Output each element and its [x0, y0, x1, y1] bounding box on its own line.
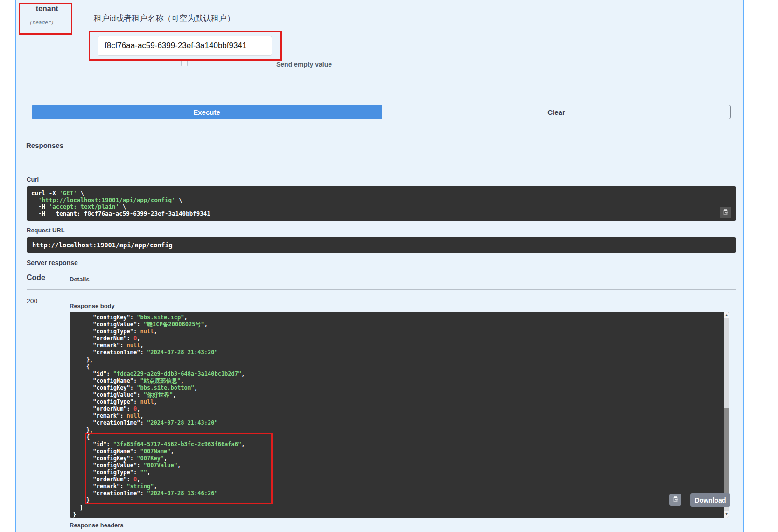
annotation-box-response-item [85, 433, 273, 504]
clipboard-copy-icon [722, 209, 729, 217]
scrollbar-thumb[interactable] [724, 408, 729, 503]
operation-panel: __tenant (header) 租户id或者租户名称（可空为默认租户） Se… [15, 0, 744, 532]
send-empty-value-checkbox[interactable] [181, 60, 188, 66]
responses-divider-top [16, 135, 743, 135]
execute-button[interactable]: Execute [32, 105, 382, 119]
server-response-label: Server response [27, 259, 78, 266]
send-empty-value-label: Send empty value [276, 61, 332, 68]
curl-command: curl -X 'GET' \ 'http://localhost:19001/… [31, 190, 731, 217]
details-column-header: Details [70, 276, 90, 283]
parameter-description: 租户id或者租户名称（可空为默认租户） [94, 13, 235, 24]
responses-divider-bottom [16, 161, 743, 161]
response-body-label: Response body [70, 302, 115, 309]
scroll-up-arrow-icon[interactable]: ▲ [724, 312, 729, 318]
scroll-down-arrow-icon[interactable]: ▼ [724, 511, 729, 518]
clipboard-copy-icon [672, 496, 679, 504]
response-scrollbar[interactable]: ▲ ▼ [724, 312, 729, 518]
request-url-block: http://localhost:19001/api/app/config [27, 237, 736, 253]
curl-code-block: curl -X 'GET' \ 'http://localhost:19001/… [27, 186, 736, 221]
request-url-label: Request URL [27, 227, 65, 234]
annotation-box-parameter-name [19, 3, 72, 35]
response-copy-button[interactable] [669, 494, 681, 506]
download-button[interactable]: Download [690, 493, 730, 507]
curl-label: Curl [27, 176, 39, 183]
request-url-value: http://localhost:19001/api/app/config [32, 241, 730, 249]
code-column-header: Code [27, 273, 45, 282]
clear-button[interactable]: Clear [382, 105, 731, 119]
status-code: 200 [27, 297, 37, 305]
curl-copy-button[interactable] [720, 207, 731, 218]
response-table-divider [27, 289, 736, 290]
swagger-operation-page: __tenant (header) 租户id或者租户名称（可空为默认租户） Se… [0, 0, 778, 532]
responses-title: Responses [26, 141, 63, 149]
response-headers-label: Response headers [70, 522, 124, 529]
annotation-box-parameter-value [89, 31, 282, 61]
